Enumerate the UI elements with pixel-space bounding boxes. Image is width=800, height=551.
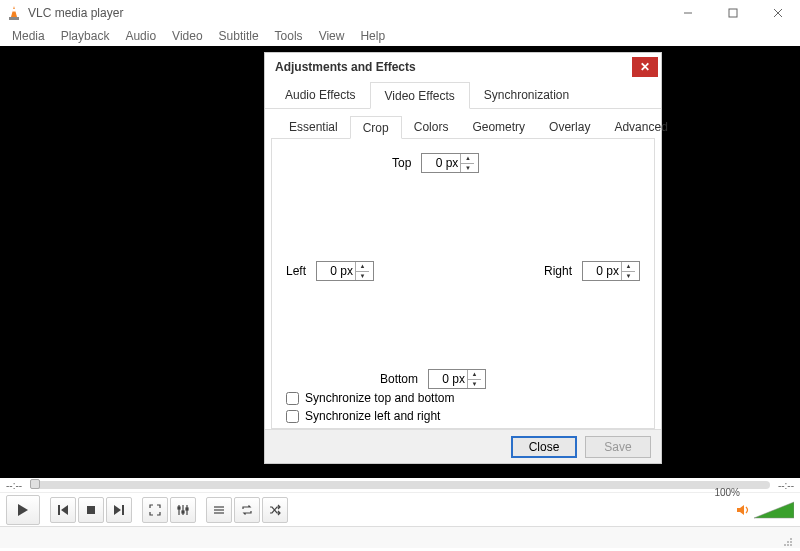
svg-point-27 <box>784 544 786 546</box>
tab-video-effects[interactable]: Video Effects <box>370 82 470 109</box>
prev-button[interactable] <box>50 497 76 523</box>
playlist-button[interactable] <box>206 497 232 523</box>
crop-right-down[interactable]: ▼ <box>622 272 635 281</box>
volume-control[interactable] <box>736 501 794 519</box>
svg-point-24 <box>790 538 792 540</box>
dialog-close-button[interactable]: ✕ <box>632 57 658 77</box>
svg-marker-23 <box>754 502 794 518</box>
crop-right-up[interactable]: ▲ <box>622 262 635 272</box>
ext-settings-button[interactable] <box>170 497 196 523</box>
svg-marker-9 <box>61 505 68 515</box>
menubar: Media Playback Audio Video Subtitle Tool… <box>0 26 800 46</box>
subtab-geometry[interactable]: Geometry <box>460 116 537 139</box>
controls: 100% <box>0 492 800 526</box>
svg-rect-17 <box>182 511 184 513</box>
app-title: VLC media player <box>28 6 665 20</box>
tab-audio-effects[interactable]: Audio Effects <box>271 82 370 109</box>
svg-point-25 <box>787 541 789 543</box>
crop-left-up[interactable]: ▲ <box>356 262 369 272</box>
crop-left-spinner[interactable]: ▲▼ <box>316 261 374 281</box>
sync-tb-input[interactable] <box>286 392 299 405</box>
crop-top-spinner[interactable]: ▲▼ <box>421 153 479 173</box>
resize-grip[interactable] <box>780 534 794 548</box>
menu-audio[interactable]: Audio <box>117 27 164 45</box>
loop-button[interactable] <box>234 497 260 523</box>
sync-tb-label: Synchronize top and bottom <box>305 391 454 405</box>
crop-pane: Top ▲▼ Left ▲▼ Right ▲▼ <box>271 139 655 429</box>
shuffle-button[interactable] <box>262 497 288 523</box>
video-area: Adjustments and Effects ✕ Audio Effects … <box>0 46 800 478</box>
window-buttons <box>665 0 800 26</box>
dialog-button-row: Close Save <box>265 429 661 463</box>
crop-left-down[interactable]: ▼ <box>356 272 369 281</box>
seekbar[interactable]: --:-- --:-- <box>0 478 800 492</box>
minimize-button[interactable] <box>665 0 710 26</box>
status-bar <box>0 526 800 548</box>
crop-right-label: Right <box>544 264 572 278</box>
subtab-overlay[interactable]: Overlay <box>537 116 602 139</box>
svg-rect-2 <box>9 17 19 20</box>
crop-bottom-input[interactable] <box>429 372 467 386</box>
seek-knob[interactable] <box>30 479 40 489</box>
volume-percent: 100% <box>714 487 740 498</box>
subtab-essential[interactable]: Essential <box>277 116 350 139</box>
maximize-button[interactable] <box>710 0 755 26</box>
crop-bottom-label: Bottom <box>380 372 418 386</box>
tab-synchronization[interactable]: Synchronization <box>470 82 583 109</box>
stop-button[interactable] <box>78 497 104 523</box>
close-button[interactable] <box>755 0 800 26</box>
crop-top-input[interactable] <box>422 156 460 170</box>
crop-right-input[interactable] <box>583 264 621 278</box>
dialog-titlebar[interactable]: Adjustments and Effects ✕ <box>265 53 661 81</box>
svg-rect-12 <box>122 505 124 515</box>
svg-rect-16 <box>178 507 180 509</box>
main-tabs: Audio Effects Video Effects Synchronizat… <box>265 81 661 109</box>
menu-tools[interactable]: Tools <box>267 27 311 45</box>
svg-rect-4 <box>729 9 737 17</box>
play-button[interactable] <box>6 495 40 525</box>
subtab-colors[interactable]: Colors <box>402 116 461 139</box>
svg-point-29 <box>790 544 792 546</box>
svg-rect-18 <box>186 508 188 510</box>
sub-tabs: Essential Crop Colors Geometry Overlay A… <box>271 109 655 139</box>
effects-dialog: Adjustments and Effects ✕ Audio Effects … <box>264 52 662 464</box>
close-dialog-button[interactable]: Close <box>511 436 577 458</box>
sync-lr-input[interactable] <box>286 410 299 423</box>
crop-top-label: Top <box>392 156 411 170</box>
titlebar: VLC media player <box>0 0 800 26</box>
crop-bottom-spinner[interactable]: ▲▼ <box>428 369 486 389</box>
menu-media[interactable]: Media <box>4 27 53 45</box>
crop-bottom-down[interactable]: ▼ <box>468 380 481 389</box>
menu-video[interactable]: Video <box>164 27 210 45</box>
crop-top-up[interactable]: ▲ <box>461 154 474 164</box>
svg-marker-7 <box>18 504 28 516</box>
svg-marker-11 <box>114 505 121 515</box>
svg-marker-22 <box>737 505 744 515</box>
subtab-advanced[interactable]: Advanced <box>602 116 679 139</box>
menu-subtitle[interactable]: Subtitle <box>211 27 267 45</box>
menu-help[interactable]: Help <box>352 27 393 45</box>
menu-view[interactable]: View <box>311 27 353 45</box>
sync-top-bottom-checkbox[interactable]: Synchronize top and bottom <box>286 391 454 405</box>
crop-left-label: Left <box>286 264 306 278</box>
svg-point-26 <box>790 541 792 543</box>
volume-slider[interactable] <box>754 501 794 519</box>
crop-bottom-up[interactable]: ▲ <box>468 370 481 380</box>
dialog-title: Adjustments and Effects <box>275 60 416 74</box>
menu-playback[interactable]: Playback <box>53 27 118 45</box>
fullscreen-button[interactable] <box>142 497 168 523</box>
app-icon <box>6 5 22 21</box>
next-button[interactable] <box>106 497 132 523</box>
save-dialog-button[interactable]: Save <box>585 436 651 458</box>
seek-track[interactable] <box>30 481 770 489</box>
svg-rect-1 <box>12 9 16 12</box>
svg-point-28 <box>787 544 789 546</box>
speaker-icon <box>736 503 750 517</box>
crop-left-input[interactable] <box>317 264 355 278</box>
sync-left-right-checkbox[interactable]: Synchronize left and right <box>286 409 454 423</box>
subtab-crop[interactable]: Crop <box>350 116 402 139</box>
time-elapsed: --:-- <box>6 480 22 491</box>
time-total: --:-- <box>778 480 794 491</box>
crop-right-spinner[interactable]: ▲▼ <box>582 261 640 281</box>
crop-top-down[interactable]: ▼ <box>461 164 474 173</box>
